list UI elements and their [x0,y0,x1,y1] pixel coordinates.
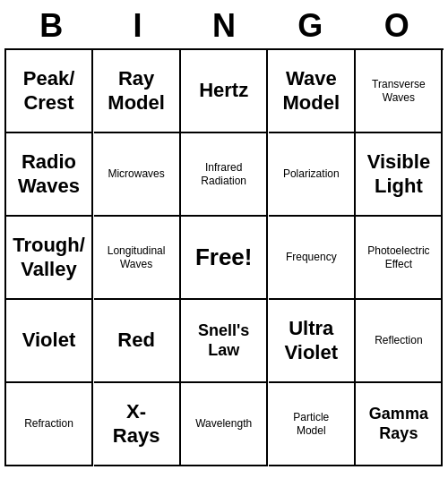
cell-text-1-0: Radio Waves [18,150,80,198]
bingo-title: BINGO [4,7,444,45]
cell-2-4: Photoelectric Effect [356,217,443,300]
cell-1-3: Polarization [269,133,356,217]
cell-text-0-4: Transverse Waves [372,78,426,104]
cell-0-4: Transverse Waves [356,50,443,133]
cell-2-2: Free! [181,217,268,300]
cell-3-0: Violet [6,300,93,383]
cell-1-2: Infrared Radiation [181,133,268,217]
cell-text-4-1: X- Rays [113,400,160,448]
title-letter-N: N [185,7,263,45]
cell-3-4: Reflection [356,300,443,383]
cell-text-4-3: Particle Model [293,411,329,437]
title-letter-I: I [99,7,177,45]
cell-1-0: Radio Waves [6,133,93,217]
cell-text-2-0: Trough/ Valley [13,234,85,281]
cell-text-4-4: Gamma Rays [369,405,428,443]
title-letter-B: B [12,7,90,45]
cell-text-0-2: Hertz [199,79,248,102]
cell-2-1: Longitudinal Waves [94,217,181,300]
cell-text-2-1: Longitudinal Waves [108,244,166,270]
cell-1-1: Microwaves [94,133,181,217]
cell-text-3-4: Reflection [375,334,422,346]
cell-text-2-2: Free! [195,244,253,271]
cell-text-3-2: Snell's Law [198,321,249,360]
cell-text-0-0: Peak/ Crest [23,67,75,115]
cell-2-0: Trough/ Valley [6,217,93,300]
cell-text-2-3: Frequency [286,251,337,263]
cell-4-3: Particle Model [269,383,356,466]
cell-text-3-3: Ultra Violet [285,317,339,364]
bingo-card: BINGO Peak/ CrestRay ModelHertzWave Mode… [4,7,444,466]
cell-text-1-1: Microwaves [108,167,164,180]
cell-2-3: Frequency [269,217,356,300]
cell-0-0: Peak/ Crest [6,50,93,133]
cell-1-4: Visible Light [356,133,443,217]
cell-4-0: Refraction [6,383,93,466]
cell-text-2-4: Photoelectric Effect [367,244,429,270]
cell-text-4-2: Wavelength [195,417,252,430]
title-letter-G: G [271,7,349,45]
cell-3-2: Snell's Law [181,300,268,383]
cell-text-1-2: Infrared Radiation [201,161,246,187]
cell-text-3-1: Red [117,329,155,352]
cell-3-1: Red [94,300,181,383]
title-letter-O: O [358,7,436,45]
bingo-grid: Peak/ CrestRay ModelHertzWave ModelTrans… [4,48,444,466]
cell-text-3-0: Violet [22,329,76,352]
cell-text-0-1: Ray Model [108,67,165,115]
cell-text-4-0: Refraction [24,417,73,430]
cell-text-1-3: Polarization [283,167,340,180]
cell-0-2: Hertz [181,50,268,133]
cell-4-1: X- Rays [94,383,181,466]
cell-0-1: Ray Model [94,50,181,133]
cell-3-3: Ultra Violet [269,300,356,383]
cell-0-3: Wave Model [269,50,356,133]
cell-4-4: Gamma Rays [356,383,443,466]
cell-4-2: Wavelength [181,383,268,466]
cell-text-1-4: Visible Light [367,150,431,198]
cell-text-0-3: Wave Model [283,67,340,115]
